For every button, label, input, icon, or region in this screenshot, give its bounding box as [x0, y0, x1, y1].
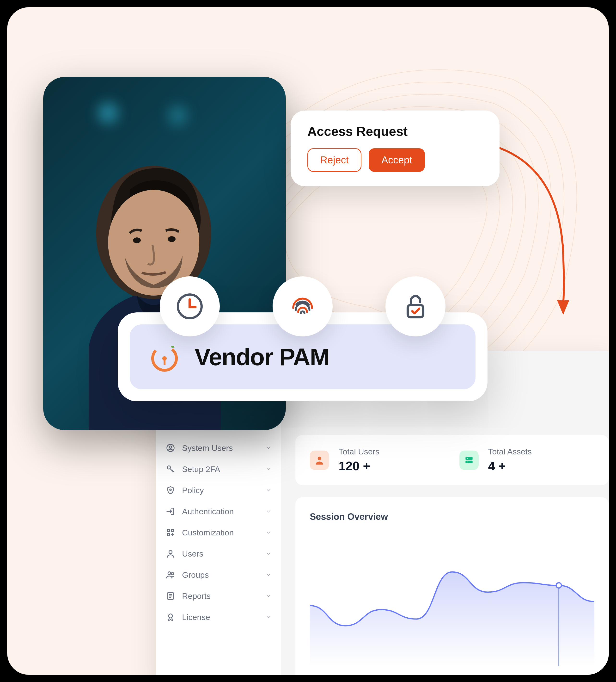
- chart-title: Session Overview: [310, 512, 594, 522]
- stat-label: Total Assets: [488, 447, 532, 456]
- access-request-title: Access Request: [307, 124, 483, 139]
- svg-point-17: [467, 461, 468, 462]
- svg-rect-15: [466, 460, 472, 463]
- chevron-down-icon: [266, 549, 271, 559]
- sidebar-item-label: Authentication: [182, 507, 234, 516]
- sidebar-item-authentication[interactable]: Authentication: [156, 501, 281, 522]
- chevron-down-icon: [266, 464, 271, 474]
- stats-row: Total Users120 +Total Assets4 +: [295, 435, 609, 485]
- stat-value: 120 +: [339, 459, 379, 473]
- svg-point-19: [556, 583, 562, 588]
- sidebar-item-system-users[interactable]: System Users: [156, 437, 281, 458]
- svg-rect-7: [171, 529, 174, 532]
- x-tick: MAY: [445, 673, 460, 675]
- reject-button[interactable]: Reject: [307, 148, 361, 172]
- x-tick: MAR: [377, 673, 394, 675]
- chevron-down-icon: [266, 528, 271, 537]
- sidebar-item-label: System Users: [182, 444, 233, 453]
- x-tick: SEP: [577, 673, 592, 675]
- sidebar-item-label: Users: [182, 549, 204, 559]
- x-tick: FEB: [345, 673, 358, 675]
- vendor-pam-logo: [149, 341, 180, 372]
- vendor-pam-title: Vendor PAM: [194, 343, 330, 371]
- chevron-down-icon: [266, 570, 271, 579]
- svg-rect-6: [167, 533, 170, 536]
- svg-point-27: [162, 356, 167, 361]
- session-line-chart: [310, 531, 594, 666]
- sidebar-item-label: Setup 2FA: [182, 464, 220, 474]
- svg-point-16: [467, 458, 468, 459]
- vendor-pam-card: Vendor PAM: [118, 312, 488, 401]
- sidebar-item-label: Customization: [182, 528, 234, 537]
- accept-button[interactable]: Accept: [369, 148, 425, 172]
- svg-point-2: [169, 446, 172, 449]
- x-tick: JUN: [479, 673, 493, 675]
- x-tick: APR: [412, 673, 427, 675]
- user-icon: [310, 451, 329, 470]
- chart-x-axis: JANFEBMARAPRMAYJUNJULAUGSEP: [310, 673, 594, 675]
- user-circle-icon: [166, 443, 175, 453]
- user-icon: [166, 549, 175, 559]
- x-tick: JAN: [312, 673, 326, 675]
- access-request-card: Access Request Reject Accept: [291, 111, 499, 186]
- session-overview-card: Session Overview: [295, 497, 609, 675]
- sidebar-item-license[interactable]: License: [156, 607, 281, 628]
- sidebar-item-setup-2fa[interactable]: Setup 2FA: [156, 458, 281, 480]
- login-icon: [166, 506, 175, 516]
- users-icon: [166, 570, 175, 579]
- sidebar-item-users[interactable]: Users: [156, 543, 281, 564]
- chevron-down-icon: [266, 507, 271, 516]
- shield-icon: [166, 485, 175, 495]
- badge-icon: [166, 612, 175, 622]
- chevron-down-icon: [266, 613, 271, 622]
- sidebar-item-label: Reports: [182, 591, 211, 601]
- sidebar-item-customization[interactable]: Customization: [156, 522, 281, 543]
- svg-point-10: [171, 572, 174, 575]
- doc-icon: [166, 591, 175, 601]
- svg-point-4: [170, 489, 171, 491]
- unlock-icon: [385, 276, 446, 337]
- svg-rect-5: [167, 529, 170, 532]
- x-tick: JUL: [512, 673, 524, 675]
- chevron-down-icon: [266, 444, 271, 453]
- fingerprint-icon: [273, 276, 333, 337]
- chevron-down-icon: [266, 486, 271, 495]
- sidebar-item-reports[interactable]: Reports: [156, 585, 281, 607]
- stat-total-users: Total Users120 +: [310, 447, 445, 473]
- x-tick: AUG: [543, 673, 559, 675]
- svg-point-22: [133, 237, 141, 243]
- sidebar-item-label: Policy: [182, 486, 204, 495]
- svg-rect-28: [164, 360, 165, 365]
- grid-plus-icon: [166, 528, 175, 537]
- server-icon: [459, 451, 479, 470]
- svg-point-23: [168, 236, 175, 242]
- svg-rect-14: [466, 457, 472, 460]
- chevron-down-icon: [266, 591, 271, 601]
- key-icon: [166, 464, 175, 474]
- clock-icon: [160, 276, 220, 337]
- sidebar-item-label: Groups: [182, 570, 209, 579]
- stat-total-assets: Total Assets4 +: [459, 447, 595, 473]
- sidebar-item-policy[interactable]: Policy: [156, 480, 281, 501]
- stat-label: Total Users: [339, 447, 379, 456]
- svg-point-8: [169, 550, 172, 554]
- svg-point-13: [318, 457, 321, 460]
- sidebar-item-label: License: [182, 613, 210, 622]
- stat-value: 4 +: [488, 459, 532, 473]
- svg-point-9: [168, 572, 171, 575]
- sidebar-item-groups[interactable]: Groups: [156, 564, 281, 585]
